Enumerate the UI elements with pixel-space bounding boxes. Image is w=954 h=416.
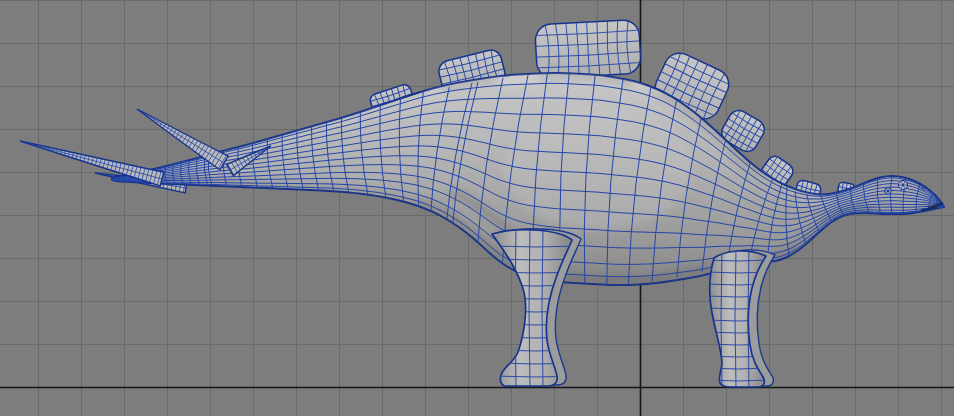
ear-pole-center	[902, 184, 904, 186]
viewport-canvas[interactable]	[0, 0, 954, 416]
eye-center	[887, 190, 889, 192]
back-plate	[535, 19, 642, 78]
viewport-3d[interactable]	[0, 0, 954, 416]
